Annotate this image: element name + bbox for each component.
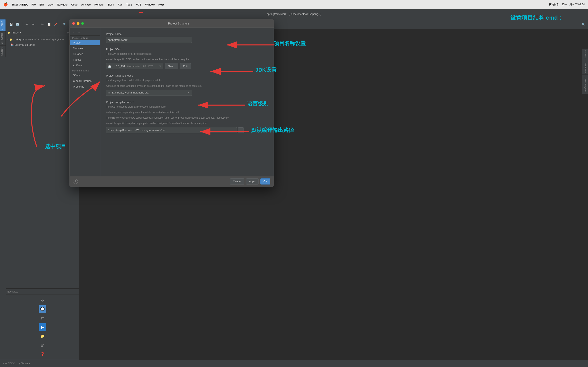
compiler-browse-btn[interactable]: … <box>238 127 244 133</box>
menu-analyze[interactable]: Analyze <box>81 3 91 6</box>
window-title: springframework - [~/Documents/WS/spring… <box>267 12 321 16</box>
sdk-value: 1.8.0_131 <box>113 65 125 68</box>
menu-file[interactable]: File <box>32 3 36 6</box>
toolbar-cut-btn[interactable]: ✂ <box>40 21 45 27</box>
maximize-button[interactable] <box>81 22 84 25</box>
menu-refactor[interactable]: Refactor <box>94 3 104 6</box>
compiler-desc-2: A directory corresponding to each module… <box>106 110 268 114</box>
lang-value: 8 - Lambdas, type annotations etc. <box>108 91 149 94</box>
tool-settings[interactable]: ⚙ <box>39 296 46 304</box>
dialog-body: ← → Project Settings Project Modules Lib… <box>70 28 273 176</box>
tool-folder[interactable]: 📁 <box>39 332 46 340</box>
compiler-desc-3: This directory contains two subdirectori… <box>106 116 268 120</box>
menu-view[interactable]: View <box>48 3 53 6</box>
menu-code[interactable]: Code <box>71 3 77 6</box>
tree-item-external-libs[interactable]: 📚 External Libraries <box>9 42 79 47</box>
close-button[interactable] <box>72 22 75 25</box>
java-icon: ☕ <box>108 65 111 68</box>
menu-build[interactable]: Build <box>108 3 114 6</box>
tab-structure[interactable]: Structure <box>0 46 6 57</box>
tool-run-panel[interactable]: ▶ <box>39 323 46 331</box>
menu-intellij[interactable]: IntelliJ IDEA <box>12 3 28 6</box>
nav-project[interactable]: Project <box>70 40 100 45</box>
project-settings-btn[interactable]: ⚙ <box>67 31 69 34</box>
statusbar: ✓ 6: TODO ⊞ Terminal ↓ <box>0 360 588 367</box>
status-right: ↓ <box>585 362 586 365</box>
nav-toolbar: ← → <box>70 29 100 35</box>
toolbar-find-btn[interactable]: 🔍 <box>62 21 68 27</box>
platform-settings-section: Platform Settings <box>70 68 100 72</box>
nav-global-libraries[interactable]: Global Libraries <box>70 78 100 84</box>
compiler-desc-1: This path is used to store all project c… <box>106 105 268 109</box>
nav-back-btn[interactable]: ← <box>71 30 76 34</box>
tool-compare[interactable]: ⇄ <box>39 314 46 322</box>
nav-artifacts[interactable]: Artifacts <box>70 62 100 68</box>
tree-label-external-libs: External Libraries <box>15 43 35 46</box>
project-dropdown[interactable]: Project ▾ <box>12 31 21 34</box>
toolbar-copy-btn[interactable]: 📋 <box>46 21 52 27</box>
toolbar-redo-btn[interactable]: ↪ <box>30 21 36 27</box>
titlebar: springframework - [~/Documents/WS/spring… <box>0 9 588 19</box>
right-panel-tabs: Ant Build Database Maven Projects <box>582 49 588 94</box>
compiler-path-row: … <box>106 127 268 133</box>
status-todo[interactable]: ✓ 6: TODO <box>2 362 15 365</box>
project-name-label: Project name: <box>106 33 268 35</box>
nav-forward-btn[interactable]: → <box>77 30 81 34</box>
menu-navigate[interactable]: Navigate <box>57 3 68 6</box>
dialog-title: Project Structure <box>86 22 271 25</box>
toolbar-paste-btn[interactable]: 📌 <box>53 21 59 27</box>
nav-libraries[interactable]: Libraries <box>70 51 100 57</box>
lang-level-group: Project language level: This language le… <box>106 74 268 96</box>
project-settings-section: Project Settings <box>70 35 100 40</box>
apple-menu[interactable]: 🍎 <box>3 2 8 7</box>
tab-maven-projects[interactable]: Maven Projects <box>582 75 588 94</box>
nav-problems[interactable]: Problems <box>70 84 100 89</box>
nav-facets[interactable]: Facets <box>70 57 100 62</box>
ok-button[interactable]: OK <box>260 178 270 184</box>
project-name-group: Project name: <box>106 33 268 43</box>
menu-edit[interactable]: Edit <box>39 3 44 6</box>
menubar: 🍎 IntelliJ IDEA File Edit View Navigate … <box>0 0 588 9</box>
tool-help[interactable]: ❓ <box>39 350 46 358</box>
toolbar-undo-btn[interactable]: ↩ <box>24 21 30 27</box>
nav-modules[interactable]: Modules <box>70 45 100 51</box>
project-sdk-label: Project SDK: <box>106 48 268 51</box>
lang-level-dropdown[interactable]: 8 - Lambdas, type annotations etc. ▼ <box>106 90 192 96</box>
traffic-lights <box>72 22 84 25</box>
sdk-new-btn[interactable]: New... <box>165 63 178 69</box>
project-header: 📁 Project ▾ ⚙ ☰ ⚙ <box>6 29 79 36</box>
toolbar-sync-btn[interactable]: 🔄 <box>15 21 20 27</box>
menu-vcs[interactable]: VCS <box>136 3 142 6</box>
status-terminal[interactable]: ⊞ Terminal <box>18 362 30 365</box>
sdk-row: ☕ 1.8.0_131 (java version "1.8.0_131") ▼… <box>106 63 268 69</box>
tab-project[interactable]: 1: Project <box>0 19 6 31</box>
project-structure-dialog[interactable]: Project Structure ← → Project Settings P… <box>69 19 274 187</box>
toolbar-save-btn[interactable]: 💾 <box>8 21 14 27</box>
help-button[interactable]: ? <box>73 179 78 184</box>
toolbar-search-everywhere-btn[interactable]: 🔍 <box>581 21 586 27</box>
apply-button[interactable]: Apply <box>246 178 259 184</box>
menu-window[interactable]: Window <box>145 3 155 6</box>
tab-ant-build[interactable]: Ant Build <box>582 49 588 61</box>
menu-help[interactable]: Help <box>158 3 164 6</box>
tree-path: ~/Documents/WS/springframe <box>34 38 64 41</box>
tree-item-springframework[interactable]: ▾ 📁 springframework ~/Documents/WS/sprin… <box>6 37 79 42</box>
tool-chat[interactable]: 💬 <box>39 305 46 313</box>
minimize-button[interactable] <box>77 22 79 25</box>
tool-delete[interactable]: 🗑 <box>39 341 46 349</box>
external-libs-icon: 📚 <box>11 43 14 46</box>
project-name-input[interactable] <box>106 37 192 43</box>
dialog-titlebar: Project Structure <box>70 19 273 28</box>
cancel-button[interactable]: Cancel <box>230 178 244 184</box>
nav-sdks[interactable]: SDKs <box>70 72 100 78</box>
event-log-bar[interactable]: Event Log <box>6 288 79 294</box>
sdk-select-dropdown[interactable]: ☕ 1.8.0_131 (java version "1.8.0_131") ▼ <box>106 63 163 69</box>
menu-tools[interactable]: Tools <box>126 3 132 6</box>
tab-database[interactable]: Database <box>582 61 588 75</box>
left-vertical-tabs: 1: Project 2: Favorites Structure <box>0 19 6 57</box>
tab-favorites[interactable]: 2: Favorites <box>0 31 6 45</box>
compiler-path-input[interactable] <box>106 127 237 133</box>
sdk-edit-btn[interactable]: Edit <box>180 63 191 69</box>
lang-level-label: Project language level: <box>106 74 268 77</box>
menu-run[interactable]: Run <box>118 3 123 6</box>
